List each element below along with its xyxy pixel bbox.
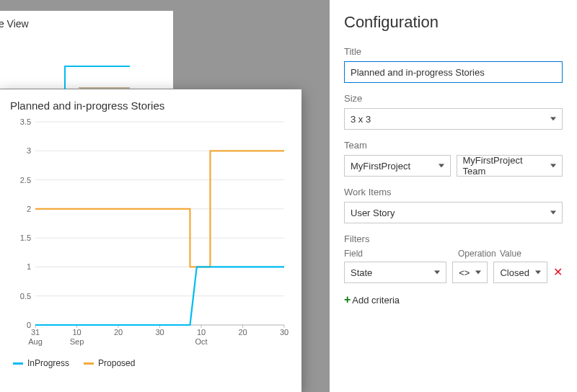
legend-item-proposed: Proposed <box>84 358 135 368</box>
svg-text:1: 1 <box>27 262 31 271</box>
legend-label-proposed: Proposed <box>98 358 135 368</box>
size-label: Size <box>344 93 563 104</box>
panel-heading: Configuration <box>344 13 563 32</box>
filter-value-value: Closed <box>500 267 529 278</box>
legend-swatch-proposed <box>84 362 94 365</box>
svg-text:10: 10 <box>197 328 206 337</box>
remove-filter-button[interactable]: ✕ <box>553 262 563 283</box>
title-input[interactable] <box>344 61 563 83</box>
svg-text:2: 2 <box>27 205 31 213</box>
filter-field-value: State <box>351 267 372 278</box>
chart-title: Planned and in-progress Stories <box>10 99 291 112</box>
workitems-label: Work Items <box>344 187 563 197</box>
legend-label-inprogress: InProgress <box>27 358 69 368</box>
team-team-select[interactable]: MyFirstProject Team <box>457 155 563 177</box>
team-project-value: MyFirstProject <box>351 161 410 172</box>
svg-text:20: 20 <box>238 328 247 337</box>
team-team-value: MyFirstProject Team <box>463 155 545 177</box>
chart-preview-card: Planned and in-progress Stories 00.511.5… <box>0 89 301 392</box>
background-widget: w Profile View <box>0 11 173 89</box>
filter-row: State <> Closed ✕ <box>344 262 563 283</box>
filters-col-op: Operation <box>458 249 494 259</box>
svg-text:30: 30 <box>155 328 164 337</box>
chart-area: 00.511.522.533.531Aug10Sep203010Oct2030 <box>10 116 291 354</box>
filter-field-select[interactable]: State <box>344 262 446 283</box>
filter-op-select[interactable]: <> <box>452 262 488 283</box>
svg-text:Sep: Sep <box>70 337 84 346</box>
svg-text:1.5: 1.5 <box>20 233 31 242</box>
svg-text:2.5: 2.5 <box>20 176 31 184</box>
title-label: Title <box>344 46 563 57</box>
add-criteria-label: Add criteria <box>352 295 400 306</box>
svg-text:3.5: 3.5 <box>20 117 31 126</box>
size-select[interactable]: 3 x 3 <box>344 108 563 130</box>
filters-col-field: Field <box>344 249 452 259</box>
svg-text:3: 3 <box>27 146 31 155</box>
svg-text:10: 10 <box>72 328 81 337</box>
svg-text:0.5: 0.5 <box>20 292 31 300</box>
filter-value-select[interactable]: Closed <box>493 262 547 283</box>
legend-item-inprogress: InProgress <box>13 358 69 368</box>
filters-label: Filters <box>344 233 563 244</box>
filters-header: Field Operation Value <box>344 249 563 259</box>
svg-text:Oct: Oct <box>195 337 207 346</box>
bg-widget-title: w Profile View <box>0 18 29 30</box>
svg-text:30: 30 <box>280 328 288 337</box>
config-panel: Configuration Title Size 3 x 3 Team MyFi… <box>330 0 577 392</box>
filter-op-value: <> <box>459 267 470 278</box>
filters-col-value: Value <box>500 249 563 259</box>
workitems-value: User Story <box>351 208 395 218</box>
plus-icon: + <box>344 293 351 306</box>
add-criteria-button[interactable]: + Add criteria <box>344 293 400 306</box>
svg-text:20: 20 <box>114 328 123 337</box>
size-select-value: 3 x 3 <box>351 114 371 125</box>
team-project-select[interactable]: MyFirstProject <box>344 155 451 177</box>
workitems-select[interactable]: User Story <box>344 202 563 223</box>
team-label: Team <box>344 140 563 151</box>
svg-text:Aug: Aug <box>28 337 43 346</box>
svg-text:31: 31 <box>31 328 40 337</box>
chart-legend: InProgress Proposed <box>10 354 291 373</box>
legend-swatch-inprogress <box>13 362 23 365</box>
